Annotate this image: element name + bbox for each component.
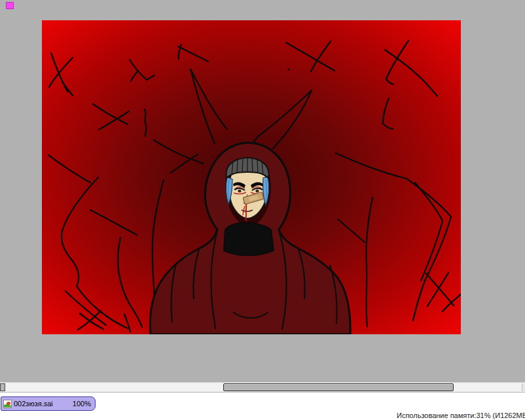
scrollbar-endcap [522,383,525,391]
color-swatch-marker [6,2,14,9]
artwork-image [42,20,461,334]
sai-file-icon [3,400,12,408]
document-file-name: 002зюзя.sai [14,400,73,408]
scrollbar-thumb[interactable] [223,383,454,391]
app-window: { "window": { "background_color": "#b1b1… [0,0,525,420]
document-tab[interactable]: 002зюзя.sai 100% [1,396,96,411]
scrollbar-left-button[interactable] [0,383,5,391]
drawing-canvas[interactable] [42,20,461,334]
horizontal-scrollbar[interactable] [0,382,525,392]
document-zoom-level: 100% [73,400,91,408]
figure-turtleneck [224,223,274,256]
memory-usage-status: Использование памяти:31% (И1262МВ [397,411,525,420]
